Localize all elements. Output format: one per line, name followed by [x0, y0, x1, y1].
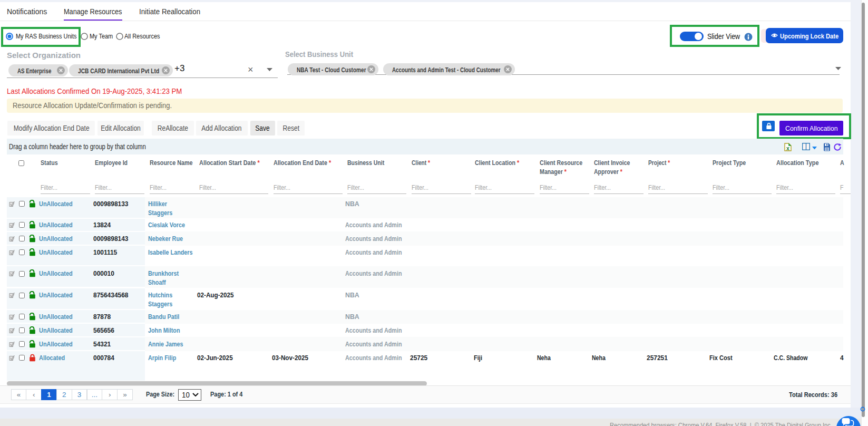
svg-text:x: x	[786, 145, 789, 151]
